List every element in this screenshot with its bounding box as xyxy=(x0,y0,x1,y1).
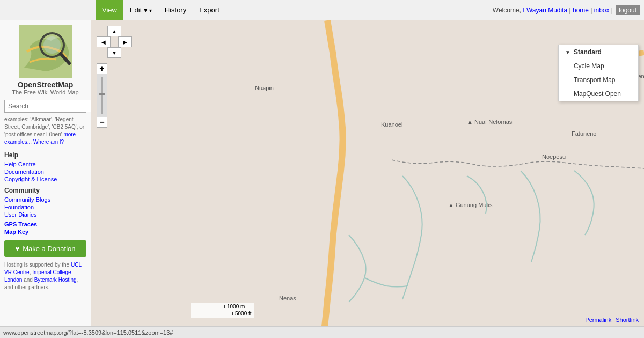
copyright-link[interactable]: Copyright & License xyxy=(4,176,86,182)
username-link[interactable]: I Wayan Mudita xyxy=(523,6,567,14)
map-bottom-links: Permalink Shortlink xyxy=(585,317,639,323)
nav-history-button[interactable]: History xyxy=(158,0,193,20)
label-nuapin: Nuapin xyxy=(255,85,274,91)
scale-ruler-ft xyxy=(193,312,233,315)
nav-right-button[interactable]: ▶ xyxy=(118,36,132,47)
statusbar: www.openstreetmap.org/?lat=-8.3509&lon=1… xyxy=(0,326,644,338)
scale-line-feet: 5000 ft xyxy=(193,311,252,317)
help-section-title: Help xyxy=(4,151,86,159)
shortlink-link[interactable]: Shortlink xyxy=(616,317,639,323)
map-container[interactable]: Nuapin Kuanoel ▲ Nuaf Nefomasi Fatuneno … xyxy=(91,20,644,326)
nav-edit-button[interactable]: Edit ▾ xyxy=(123,0,158,20)
nav-view-button[interactable]: View xyxy=(96,0,123,20)
layer-cycle-map[interactable]: ▼ Cycle Map xyxy=(559,59,638,73)
inbox-link[interactable]: inbox xyxy=(594,6,610,14)
zoom-out-button[interactable]: − xyxy=(97,117,107,128)
layer-cycle-label: Cycle Map xyxy=(574,62,604,70)
foundation-link[interactable]: Foundation xyxy=(4,204,86,210)
zoom-controls: + − xyxy=(97,63,107,128)
label-kuanoel: Kuanoel xyxy=(381,121,402,128)
map-key-link[interactable]: Map Key xyxy=(4,229,86,235)
nav-left-button[interactable]: ◀ xyxy=(97,36,111,47)
documentation-link[interactable]: Documentation xyxy=(4,168,86,175)
nav-cross: ▲ ◀ ▶ ▼ xyxy=(97,26,129,58)
zoom-track xyxy=(101,77,103,114)
heart-icon: ♥ xyxy=(16,245,20,253)
layer-transport-label: Transport Map xyxy=(574,76,616,84)
layer-mapquest-label: MapQuest Open xyxy=(574,90,621,98)
zoom-in-button[interactable]: + xyxy=(97,63,107,74)
scale-label-m: 1000 m xyxy=(227,304,245,310)
label-nuaf: ▲ Nuaf Nefomasi xyxy=(467,119,514,125)
welcome-area: Welcome, I Wayan Mudita | home | inbox |… xyxy=(493,5,640,15)
site-title: OpenStreetMap xyxy=(4,80,86,89)
donate-button[interactable]: ♥ Make a Donation xyxy=(4,240,86,257)
site-subtitle: The Free Wiki World Map xyxy=(4,89,86,95)
scale-ruler-m xyxy=(193,305,225,308)
donate-label: Make a Donation xyxy=(23,245,75,253)
label-fatuneno: Fatuneno xyxy=(572,130,596,137)
welcome-text: Welcome, xyxy=(493,6,523,14)
nav-export-button[interactable]: Export xyxy=(193,0,226,20)
community-blogs-link[interactable]: Community Blogs xyxy=(4,196,86,203)
home-link[interactable]: home xyxy=(573,6,589,14)
gps-traces-link[interactable]: GPS Traces xyxy=(4,221,86,227)
label-nenas: Nenas xyxy=(279,295,296,302)
search-examples: examples: 'Alkmaar', 'Regent Street, Cam… xyxy=(4,116,86,146)
layer-dropdown: ▼ Standard ▼ Cycle Map ▼ Transport Map ▼… xyxy=(558,45,639,101)
label-noepesu: Noepesu xyxy=(542,153,566,160)
check-icon: ▼ xyxy=(565,49,570,55)
layer-mapquest[interactable]: ▼ MapQuest Open xyxy=(559,87,638,101)
zoom-thumb xyxy=(99,93,105,95)
nav-items: View Edit ▾ History Export xyxy=(96,0,493,20)
nav-down-button[interactable]: ▼ xyxy=(107,47,121,58)
hosting-text: Hosting is supported by the UCL VR Centr… xyxy=(4,261,86,291)
status-url: www.openstreetmap.org/?lat=-8.3509&lon=1… xyxy=(3,329,641,336)
scale-line-meters: 1000 m xyxy=(193,304,252,310)
logo-area: OpenStreetMap The Free Wiki World Map xyxy=(4,25,86,95)
community-section-title: Community xyxy=(4,187,86,194)
scale-bar-inner: 1000 m 5000 ft xyxy=(191,303,254,318)
scale-label-ft: 5000 ft xyxy=(235,311,252,317)
map-nav: ▲ ◀ ▶ ▼ xyxy=(97,26,129,58)
search-box: 🔍 xyxy=(4,100,86,113)
label-gunung: ▲ Gunung Mutis xyxy=(448,202,493,208)
layer-transport-map[interactable]: ▼ Transport Map xyxy=(559,73,638,87)
search-input[interactable] xyxy=(5,100,91,112)
layer-standard-label: Standard xyxy=(574,48,602,56)
main-area: OpenStreetMap The Free Wiki World Map 🔍 … xyxy=(0,20,644,326)
where-am-i-link[interactable]: Where am I? xyxy=(33,139,64,145)
scale-bar: 1000 m 5000 ft xyxy=(191,303,254,318)
layer-standard[interactable]: ▼ Standard xyxy=(559,45,638,59)
help-centre-link[interactable]: Help Centre xyxy=(4,161,86,167)
zoom-slider[interactable] xyxy=(97,74,107,117)
logout-button[interactable]: logout xyxy=(616,5,640,15)
osm-logo xyxy=(19,25,72,78)
user-diaries-link[interactable]: User Diaries xyxy=(4,211,86,218)
svg-point-2 xyxy=(43,36,61,54)
bytemark-link[interactable]: Bytemark Hosting xyxy=(34,277,77,283)
nav-up-button[interactable]: ▲ xyxy=(107,26,121,36)
permalink-link[interactable]: Permalink xyxy=(585,317,611,323)
topbar: View Edit ▾ History Export Welcome, I Wa… xyxy=(0,0,644,20)
sidebar: OpenStreetMap The Free Wiki World Map 🔍 … xyxy=(0,20,91,326)
